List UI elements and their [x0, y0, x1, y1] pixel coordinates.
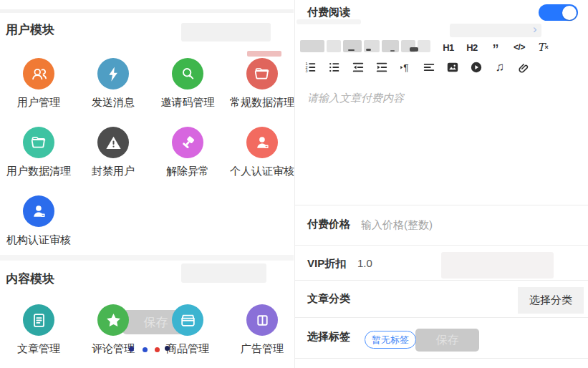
- editor-toolbar-row2: 1123¶♫: [302, 59, 532, 75]
- module-panel: 用户模块用户管理发送消息邀请码管理常规数据清理用户数据清理封禁用户解除异常个人认…: [0, 0, 294, 368]
- module-label: 封禁用户: [92, 163, 135, 178]
- person-badge-icon: [246, 127, 278, 158]
- code-icon[interactable]: </>: [511, 40, 528, 54]
- section-title: 内容模块: [6, 271, 54, 287]
- paid-content-editor[interactable]: 请输入文章付费内容: [295, 80, 588, 205]
- loading-dot: [129, 347, 134, 352]
- warning-icon: [97, 127, 129, 158]
- module-item[interactable]: 用户管理: [1, 58, 76, 110]
- folder-icon: [246, 58, 278, 89]
- document-icon: [23, 304, 54, 336]
- module-label: 文章管理: [17, 341, 60, 356]
- ordered-list-icon[interactable]: 1123: [302, 60, 319, 74]
- screen: 用户模块用户管理发送消息邀请码管理常规数据清理用户数据清理封禁用户解除异常个人认…: [0, 0, 588, 368]
- vip-discount-label: VIP折扣: [307, 257, 346, 271]
- module-item[interactable]: 解除异常: [150, 127, 225, 178]
- link-icon[interactable]: [515, 60, 532, 74]
- article-settings-panel: 付费阅读 › H1H2”</>T× 1123¶♫ 请输入文章付费内容 付费价格 …: [294, 0, 588, 368]
- paid-reading-label: 付费阅读: [307, 6, 350, 19]
- module-label: 解除异常: [166, 163, 209, 178]
- section-title: 用户模块: [6, 21, 54, 38]
- section-divider: [0, 255, 294, 261]
- heading1-icon[interactable]: H1: [440, 40, 457, 54]
- module-label: 发送消息: [92, 95, 135, 110]
- redacted-icon-fragment: [390, 50, 395, 52]
- loading-dot: [143, 347, 148, 352]
- heading2-icon[interactable]: H2: [463, 40, 481, 54]
- module-label: 常规数据清理: [230, 95, 294, 110]
- shop-icon: [172, 304, 203, 336]
- magnifier-icon: [172, 58, 203, 89]
- module-item[interactable]: 用户数据清理: [1, 127, 76, 178]
- select-category-button[interactable]: 选择分类: [518, 287, 584, 314]
- book-icon: [246, 304, 278, 336]
- redaction-blur: [181, 263, 266, 283]
- paragraph-icon[interactable]: ¶: [397, 60, 414, 74]
- module-item[interactable]: 个人认证审核: [225, 127, 299, 178]
- video-icon[interactable]: [468, 60, 485, 74]
- image-icon[interactable]: [444, 60, 461, 74]
- star-icon: [97, 304, 129, 336]
- module-label: 机构认证审核: [6, 232, 71, 247]
- module-label: 评论管理: [92, 341, 135, 356]
- redaction-blur: [297, 19, 361, 24]
- module-item[interactable]: 发送消息: [76, 58, 150, 110]
- divider: [295, 317, 588, 318]
- divider: [295, 280, 588, 281]
- module-item[interactable]: 常规数据清理: [225, 58, 299, 110]
- module-label: 广告管理: [241, 341, 284, 356]
- chevron-right-icon: ›: [533, 22, 537, 37]
- redacted-icon-fragment: [366, 49, 371, 51]
- save-button[interactable]: 保存: [415, 329, 479, 352]
- users-icon: [23, 58, 54, 89]
- divider: [295, 358, 588, 359]
- music-icon[interactable]: ♫: [491, 60, 509, 74]
- divider: [295, 205, 588, 205]
- price-label: 付费价格: [307, 218, 350, 231]
- redaction-blur: [247, 51, 281, 57]
- module-item[interactable]: 封禁用户: [76, 127, 150, 178]
- svg-text:3: 3: [306, 69, 308, 73]
- outdent-icon[interactable]: [350, 60, 367, 74]
- divider: [0, 9, 294, 13]
- module-label: 个人认证审核: [230, 163, 294, 178]
- module-label: 商品管理: [166, 341, 209, 356]
- loading-dot: [155, 347, 160, 352]
- vip-discount-value[interactable]: 1.0: [357, 257, 372, 269]
- editor-toolbar-row1: H1H2”</>T×: [440, 41, 551, 54]
- editor-placeholder: 请输入文章付费内容: [307, 92, 404, 105]
- loading-dot: [165, 346, 170, 351]
- module-item[interactable]: 广告管理: [225, 304, 299, 356]
- category-label: 文章分类: [307, 292, 350, 306]
- module-label: 用户数据清理: [6, 163, 71, 178]
- redacted-icon-fragment: [348, 49, 355, 51]
- module-label: 用户管理: [17, 95, 60, 110]
- paid-reading-toggle[interactable]: [539, 4, 578, 21]
- svg-text:¶: ¶: [403, 62, 408, 73]
- module-label: 邀请码管理: [161, 95, 215, 110]
- tags-label: 选择标签: [307, 330, 350, 344]
- module-item[interactable]: 机构认证审核: [1, 195, 76, 247]
- price-input[interactable]: 输入价格(整数): [361, 218, 433, 232]
- gavel-icon: [172, 127, 203, 158]
- redaction-blur: [181, 23, 271, 42]
- unordered-list-icon[interactable]: [326, 60, 343, 74]
- no-tags-badge[interactable]: 暂无标签: [365, 331, 416, 349]
- redaction-blur: [441, 252, 554, 279]
- redaction-blur: [450, 24, 541, 37]
- toggle-knob: [562, 6, 577, 20]
- module-item[interactable]: 文章管理: [1, 304, 76, 356]
- module-item[interactable]: 邀请码管理: [150, 58, 225, 110]
- person-badge-icon: [23, 195, 54, 227]
- redacted-icon-fragment: [410, 47, 418, 52]
- indent-icon[interactable]: [373, 60, 390, 74]
- blockquote-icon[interactable]: ”: [487, 37, 504, 58]
- divider: [295, 245, 588, 246]
- lightning-icon: [97, 58, 129, 89]
- align-icon[interactable]: [420, 60, 438, 74]
- module-grid: 用户管理发送消息邀请码管理常规数据清理用户数据清理封禁用户解除异常个人认证审核机…: [0, 58, 295, 247]
- clear-format-icon[interactable]: T×: [534, 40, 551, 54]
- folder-icon: [23, 127, 54, 158]
